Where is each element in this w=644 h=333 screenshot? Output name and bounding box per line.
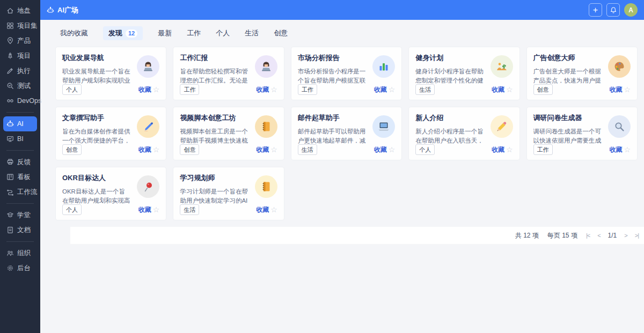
star-icon: ☆: [153, 85, 160, 94]
card-footer: 工作 收藏 ☆: [533, 144, 631, 155]
woman-laptop-icon: [137, 55, 159, 78]
grid-icon: [6, 22, 14, 29]
app-card[interactable]: 视频脚本创意工坊 视频脚本创意工房是一个帮助新手视频博主快速梳理视频创作... …: [173, 107, 284, 160]
app-card[interactable]: 学习规划师 学习计划师是一个旨在帮助用户快速制定学习的AI小程序，为... 生活…: [173, 167, 284, 220]
favorite-button[interactable]: 收藏 ☆: [374, 145, 396, 154]
app-card[interactable]: OKR目标达人 OKR目标达人是一个旨在帮助用户规划和实现高效目标管理的A...…: [55, 167, 166, 220]
sidebar-item-ai[interactable]: AI: [3, 116, 37, 131]
favorite-button[interactable]: 收藏 ☆: [492, 145, 513, 154]
favorite-button[interactable]: 收藏 ☆: [138, 205, 160, 214]
favorite-button[interactable]: 收藏 ☆: [256, 205, 277, 214]
tab-discover[interactable]: 发现 12: [103, 26, 143, 40]
app-card[interactable]: 健身计划 健身计划小程序旨在帮助您制定和管理个性化的健身计划，让... 生活 收…: [408, 47, 519, 100]
app-card[interactable]: 市场分析报告 市场分析报告小程序是一个旨在帮助用户根据互联网信息快速... 工作…: [291, 47, 402, 100]
favorite-button[interactable]: 收藏 ☆: [138, 145, 160, 154]
sidebar-item-feedback[interactable]: 反馈: [0, 154, 40, 169]
first-page-button[interactable]: |<: [586, 232, 590, 239]
card-description: 健身计划小程序旨在帮助您制定和管理个性化的健身计划，让...: [415, 67, 484, 85]
tab-life[interactable]: 生活: [245, 28, 259, 38]
sidebar-item-product[interactable]: 产品: [0, 33, 40, 48]
notifications-button[interactable]: [606, 3, 620, 17]
app-card[interactable]: 邮件起草助手 邮件起草助手可以帮助用户更快速地起草邮件，减少繁琐的手... 生活…: [291, 107, 402, 160]
category-tag: 个人: [62, 204, 82, 215]
category-tag: 工作: [298, 84, 317, 95]
sidebar-item-org[interactable]: 组织: [0, 246, 40, 261]
star-icon: ☆: [624, 85, 631, 94]
tab-creative[interactable]: 创意: [274, 28, 288, 38]
favorite-button[interactable]: 收藏 ☆: [256, 145, 277, 154]
favorite-label: 收藏: [256, 145, 269, 154]
favorite-button[interactable]: 收藏 ☆: [256, 85, 277, 94]
card-footer: 生活 收藏 ☆: [415, 84, 513, 95]
kanban-icon: [6, 173, 14, 181]
pushpin-icon: [137, 175, 159, 198]
sidebar-item-test[interactable]: 测试: [0, 78, 40, 93]
sidebar-item-workflow[interactable]: 工作流: [0, 184, 40, 199]
card-description: 旨在为自媒体创作者提供一个强大而便捷的平台，助力您撰写...: [62, 127, 130, 145]
favorite-label: 收藏: [256, 85, 269, 94]
sidebar-item-program[interactable]: 项目集: [0, 18, 40, 33]
magnifier-check-icon: [6, 82, 14, 90]
add-button[interactable]: +: [589, 3, 602, 17]
tab-label: 发现: [108, 28, 122, 38]
card-description: 旨在帮助您轻松撰写和管理您的工作汇报。无论是每周、每月...: [180, 67, 248, 85]
sidebar-item-label: 执行: [17, 66, 31, 76]
favorite-button[interactable]: 收藏 ☆: [609, 145, 631, 154]
favorite-button[interactable]: 收藏 ☆: [492, 85, 513, 94]
notebook-icon: [255, 175, 277, 198]
main-area: AI广场 + A 我的收藏 发现 12 最新 工作 个人 生活 创意 职业发展导…: [40, 0, 644, 333]
card-footer: 创意 收藏 ☆: [62, 144, 159, 155]
favorite-button[interactable]: 收藏 ☆: [138, 85, 160, 94]
sidebar-item-admin[interactable]: 后台: [0, 261, 40, 276]
sidebar-item-devops[interactable]: DevOps: [0, 93, 40, 108]
favorite-label: 收藏: [374, 145, 387, 154]
tab-work[interactable]: 工作: [187, 28, 201, 38]
app-card[interactable]: 调研问卷生成器 调研问卷生成器是一个可以快速依据用户需要生成问卷内容的... 工…: [526, 107, 638, 160]
sidebar-item-execution[interactable]: 执行: [0, 63, 40, 78]
app-card[interactable]: 新人介绍 新人介绍小程序是一个旨在帮助用户在入职当天，快速编写自... 个人 收…: [408, 107, 519, 160]
bell-icon: [610, 6, 617, 14]
category-tag: 创意: [180, 144, 199, 155]
laptop-icon: [372, 115, 395, 138]
sidebar-item-label: 看板: [17, 173, 31, 182]
tab-my-favorites[interactable]: 我的收藏: [60, 28, 88, 38]
app-card[interactable]: 职业发展导航 职业发展导航是一个旨在帮助用户规划和实现职业目标的AI小... 个…: [55, 47, 166, 100]
graduation-icon: [6, 211, 14, 219]
category-tag: 生活: [180, 204, 199, 215]
last-page-button[interactable]: >|: [635, 232, 639, 239]
favorite-button[interactable]: 收藏 ☆: [609, 85, 631, 94]
star-icon: ☆: [270, 145, 277, 154]
tab-personal[interactable]: 个人: [216, 28, 230, 38]
card-description: 学习计划师是一个旨在帮助用户快速制定学习的AI小程序，为...: [180, 187, 248, 205]
card-description: 广告创意大师是一个根据产品卖点，快速为用户提供广告文案...: [533, 67, 602, 85]
next-page-button[interactable]: >: [624, 232, 627, 239]
tab-latest[interactable]: 最新: [158, 28, 172, 38]
monitor-chart-icon: [6, 135, 14, 143]
star-icon: ☆: [624, 145, 631, 154]
sidebar-item-project[interactable]: 项目: [0, 48, 40, 63]
map-pin-icon: [6, 37, 14, 45]
pen-icon: [6, 67, 14, 75]
sidebar-item-school[interactable]: 学堂: [0, 208, 40, 223]
people-icon: [6, 249, 14, 257]
app-card[interactable]: 文章撰写助手 旨在为自媒体创作者提供一个强大而便捷的平台，助力您撰写... 创意…: [55, 107, 166, 160]
star-icon: ☆: [389, 85, 396, 94]
magnifier-icon: [608, 115, 631, 138]
gear-icon: [6, 264, 14, 272]
user-avatar[interactable]: A: [624, 3, 638, 17]
sidebar-item-doc[interactable]: 文档: [0, 223, 40, 238]
notebook-icon: [255, 115, 277, 138]
prev-page-button[interactable]: <: [597, 232, 600, 239]
category-tag: 生活: [415, 84, 435, 95]
app-card[interactable]: 广告创意大师 广告创意大师是一个根据产品卖点，快速为用户提供广告文案... 创意…: [526, 47, 638, 100]
card-footer: 生活 收藏 ☆: [298, 144, 395, 155]
sidebar-item-home[interactable]: 地盘: [0, 3, 40, 18]
favorite-button[interactable]: 收藏 ☆: [374, 85, 396, 94]
star-icon: ☆: [153, 205, 160, 214]
sidebar-item-label: DevOps: [17, 97, 41, 105]
sidebar-item-kanban[interactable]: 看板: [0, 169, 40, 184]
sidebar-item-bi[interactable]: BI: [0, 131, 40, 146]
app-card[interactable]: 工作汇报 旨在帮助您轻松撰写和管理您的工作汇报。无论是每周、每月... 工作 收…: [173, 47, 284, 100]
header-actions: + A: [589, 3, 638, 17]
card-footer: 个人 收藏 ☆: [415, 144, 513, 155]
